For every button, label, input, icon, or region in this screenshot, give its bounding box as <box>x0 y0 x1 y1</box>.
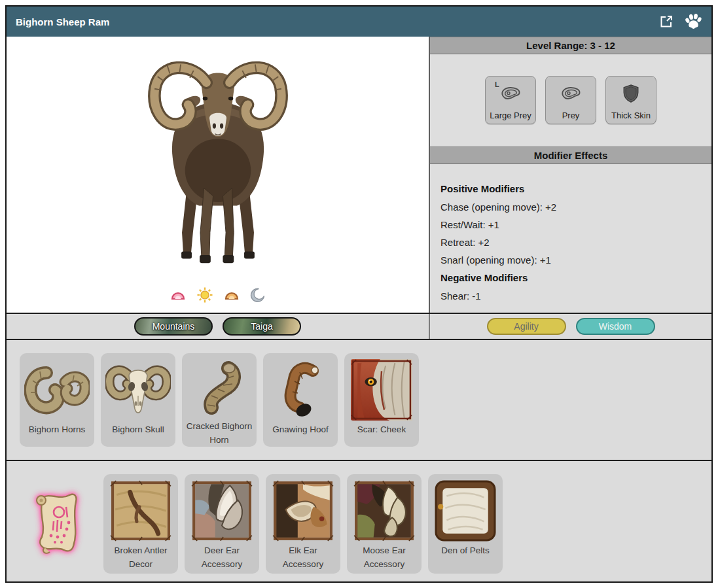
active-times <box>170 286 266 303</box>
trait-prey[interactable]: Prey <box>545 76 596 124</box>
drop-card-cracked-bighorn-horn[interactable]: Cracked Bighorn Horn <box>182 353 257 447</box>
item-label: Gnawing Hoof <box>270 421 331 436</box>
gnawing-hoof-image <box>271 358 330 421</box>
day-icon <box>196 286 213 303</box>
stats-panel: Level Range: 3 - 12 L Large Prey Prey <box>430 37 711 313</box>
paw-icon[interactable] <box>684 13 702 30</box>
cracked-bighorn-horn-image <box>189 358 249 418</box>
modifier-line: Chase (opening move): +2 <box>440 198 701 216</box>
main-content: Level Range: 3 - 12 L Large Prey Prey <box>7 37 711 313</box>
trait-large-prey[interactable]: L Large Prey <box>485 76 536 124</box>
level-range-bar: Level Range: 3 - 12 <box>430 37 711 54</box>
item-label: Bighorn Skull <box>109 421 167 436</box>
trait-label: Prey <box>562 111 580 120</box>
item-label: Elk Ear Accessory <box>266 542 340 571</box>
biome-buttons: Mountains Taiga <box>7 314 430 339</box>
dusk-icon <box>223 287 240 303</box>
item-label: Bighorn Horns <box>26 421 88 436</box>
bighorn-sheep-ram-image <box>135 51 300 267</box>
drop-card-bighorn-horns[interactable]: Bighorn Horns <box>20 353 94 447</box>
stat-button-wisdom[interactable]: Wisdom <box>576 318 655 335</box>
page: Bighorn Sheep Ram <box>0 0 718 588</box>
dawn-icon <box>170 287 187 303</box>
decor-card-den-of-pelts[interactable]: Den of Pelts <box>428 474 503 574</box>
shield-icon <box>606 77 656 111</box>
modifier-line: Shear: -1 <box>440 287 701 305</box>
item-label: Broken Antler Decor <box>103 542 178 571</box>
biome-button-taiga[interactable]: Taiga <box>223 317 301 336</box>
negative-modifiers-title: Negative Modifiers <box>440 269 701 287</box>
modifier-line: Rest/Wait: +1 <box>440 216 701 233</box>
stat-button-agility[interactable]: Agility <box>487 318 566 335</box>
modifier-line: Snarl (opening move): +1 <box>440 251 701 269</box>
decor-card-deer-ear[interactable]: Deer Ear Accessory <box>185 474 259 574</box>
external-link-icon[interactable] <box>659 14 673 29</box>
drop-card-gnawing-hoof[interactable]: Gnawing Hoof <box>263 353 338 447</box>
bighorn-horns-image <box>24 358 90 421</box>
title-bar: Bighorn Sheep Ram <box>7 7 711 37</box>
modifier-effects-bar: Modifier Effects <box>430 147 711 164</box>
item-label: Scar: Cheek <box>355 421 408 436</box>
trait-label: Thick Skin <box>611 111 651 120</box>
item-label: Deer Ear Accessory <box>185 542 259 571</box>
steak-icon: L <box>486 77 535 111</box>
stat-buttons: Agility Wisdom <box>430 314 711 339</box>
page-title: Bighorn Sheep Ram <box>16 16 109 27</box>
decor-card-elk-ear[interactable]: Elk Ear Accessory <box>266 474 340 574</box>
modifier-list: Positive Modifiers Chase (opening move):… <box>430 172 711 313</box>
modifier-line: Retreat: +2 <box>440 233 701 251</box>
item-label: Cracked Bighorn Horn <box>182 418 257 447</box>
elk-ear-accessory-image <box>272 479 334 542</box>
den-of-pelts-image <box>435 479 496 542</box>
creature-panel <box>7 37 430 313</box>
trait-badges: L Large Prey Prey <box>430 54 711 137</box>
drop-card-bighorn-skull[interactable]: Bighorn Skull <box>101 353 175 447</box>
trait-thick-skin[interactable]: Thick Skin <box>605 76 656 124</box>
scar-cheek-image <box>351 358 412 421</box>
drops-section: Bighorn Horns <box>7 339 711 460</box>
broken-antler-decor-image <box>110 479 171 542</box>
positive-modifiers-title: Positive Modifiers <box>440 180 701 198</box>
biome-stat-strip: Mountains Taiga Agility Wisdom <box>7 313 711 339</box>
item-label: Moose Ear Accessory <box>347 542 422 571</box>
night-icon <box>250 287 266 303</box>
decor-card-broken-antler[interactable]: Broken Antler Decor <box>103 474 178 574</box>
decor-card-moose-ear[interactable]: Moose Ear Accessory <box>347 474 422 574</box>
recipe-scroll[interactable] <box>20 474 97 574</box>
biome-button-mountains[interactable]: Mountains <box>134 317 213 336</box>
drop-card-scar-cheek[interactable]: Scar: Cheek <box>344 353 419 447</box>
trait-label: Large Prey <box>490 111 531 120</box>
bighorn-skull-image <box>105 358 171 421</box>
deer-ear-accessory-image <box>191 479 253 542</box>
steak-icon <box>546 77 596 111</box>
item-label: Den of Pelts <box>439 542 492 557</box>
moose-ear-accessory-image <box>353 479 415 542</box>
large-prey-letter: L <box>495 80 499 88</box>
decor-section: Broken Antler Decor <box>7 460 711 579</box>
npc-info-window: Bighorn Sheep Ram <box>5 5 713 583</box>
